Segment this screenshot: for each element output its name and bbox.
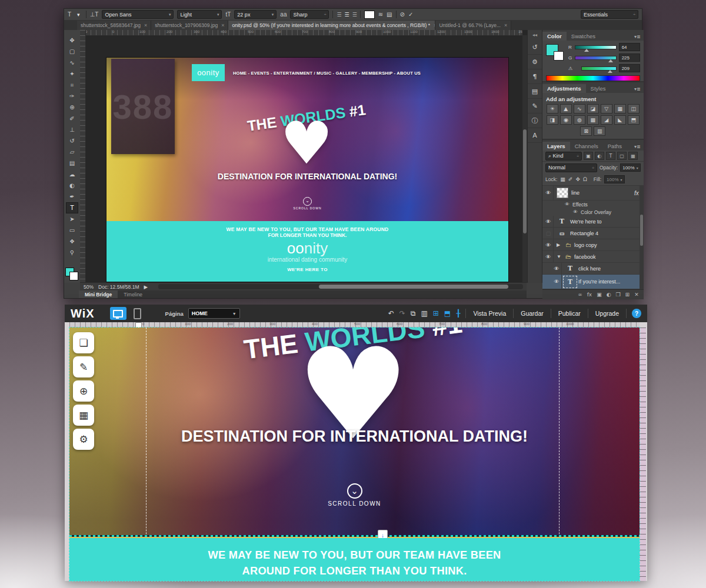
adjustment-icon[interactable]: ▩ [587,115,599,125]
visibility-eye-icon[interactable]: 👁 [565,202,570,207]
adjustment-icon[interactable]: ▽ [601,104,612,113]
paragraph-panel-icon[interactable]: ¶ [528,69,542,84]
adjustment-icon[interactable]: ◉ [560,115,572,125]
wix-page-stage[interactable]: THE WORLDS #1 ♥ DESTINATION FOR INTERNAT… [69,328,640,581]
close-icon[interactable]: × [221,22,224,28]
opacity-field[interactable]: 100%▾ [620,163,640,172]
fill-field[interactable]: 100%▾ [604,175,624,183]
layer-group-icon[interactable]: ❒ [616,292,621,298]
snap-icon[interactable]: ⬒ [444,309,451,318]
adjustment-icon[interactable]: ▲ [560,104,572,113]
mobile-view-button[interactable] [131,307,144,320]
align-right-icon[interactable]: ☰ [352,12,357,18]
align-center-icon[interactable]: ☰ [345,12,349,18]
layer-row[interactable]: 👁 T click here [542,263,644,275]
workspace-select[interactable]: Essentials÷ [581,10,638,19]
wix-horizontal-ruler[interactable]: 01002003004005006007008009001000 [69,322,640,328]
adjustment-icon[interactable]: ∿ [574,104,585,113]
hero-subheadline[interactable]: DESTINATION FOR INTERNATIONAL DATING! [69,427,640,446]
close-icon[interactable]: × [144,22,147,28]
text-orientation-icon[interactable]: ⊥T [90,11,99,18]
commit-edit-icon[interactable]: ✓ [408,11,413,18]
history-brush-tool-icon[interactable]: ↺ [66,135,78,146]
tab-mini-bridge[interactable]: Mini Bridge [79,290,118,298]
visibility-eye-icon[interactable]: 👁 [544,251,554,262]
history-panel-icon[interactable]: ↺ [528,40,542,55]
publish-button[interactable]: Publicar [557,310,582,317]
adjustment-icon[interactable]: ◪ [587,104,599,113]
upgrade-button[interactable]: Upgrade [594,310,621,317]
design-button[interactable]: ✎ [73,356,94,377]
page-select[interactable]: HOME ▼ [188,308,240,319]
pages-button[interactable]: ❏ [73,332,94,353]
character-panel-icon[interactable]: A [528,128,542,143]
blend-mode-select[interactable]: Normal÷ [545,163,597,172]
tab-color[interactable]: Color [542,32,567,41]
foreground-background-swatches[interactable] [65,265,78,280]
visibility-eye-icon-off[interactable]: ▢ [544,228,554,239]
green-slider[interactable] [575,56,617,60]
desktop-view-button[interactable] [110,307,126,320]
lock-all-icon[interactable]: Ω [583,176,587,182]
adjustment-icon[interactable]: ⊠ [580,126,592,136]
redo-icon[interactable]: ↷ [399,309,405,318]
tab-timeline[interactable]: Timeline [118,290,148,298]
layer-filter-select[interactable]: ⌕ Kind÷ [545,152,582,161]
close-icon[interactable]: × [504,22,507,28]
eyedropper-tool-icon[interactable]: ✑ [66,91,78,102]
guides-icon[interactable]: ╂ [456,309,460,318]
text-color-swatch[interactable] [364,11,375,19]
scroll-down-icon[interactable]: ⌄ [347,483,362,499]
blue-value-field[interactable]: 209 [619,64,640,72]
adjustment-icon[interactable]: ▥ [594,126,605,136]
canvas-horizontal-scrollbar[interactable] [158,284,523,289]
wix-vertical-ruler[interactable] [639,328,646,581]
visibility-eye-icon[interactable]: 👁 [573,209,578,215]
layer-comps-panel-icon[interactable]: ▤ [528,84,542,99]
layer-row[interactable]: 👁 T We're here to [542,216,644,228]
document-tab[interactable]: shutterstock_107906309.jpg× [151,21,228,30]
visibility-eye-icon[interactable]: 👁 [552,263,562,274]
pen-tool-icon[interactable]: ✒ [66,191,78,202]
canvas-vertical-scrollbar[interactable] [522,35,527,283]
hand-tool-icon[interactable]: ❖ [66,236,78,247]
hero-section-photo[interactable]: THE WORLDS #1 ♥ DESTINATION FOR INTERNAT… [69,328,640,537]
blue-slider[interactable] [581,66,617,71]
color-spectrum-bar[interactable] [546,75,640,81]
layer-style-icon[interactable]: fx [587,292,592,298]
undo-icon[interactable]: ↶ [388,309,394,318]
layer-row[interactable]: ▢ ▭ Rectangle 4 [542,228,644,239]
new-layer-icon[interactable]: ⊞ [625,292,630,298]
settings-button[interactable]: ⚙ [73,429,94,450]
tab-paths[interactable]: Paths [603,142,627,151]
lock-pixels-icon[interactable]: ✐ [568,176,573,182]
expand-caret-icon[interactable]: ▼ [557,254,562,259]
toggle-panels-icon[interactable]: ▤ [387,11,392,18]
status-arrow-icon[interactable]: ▶ [144,284,148,290]
tab-swatches[interactable]: Swatches [567,32,600,41]
eraser-tool-icon[interactable]: ▱ [66,146,78,158]
psd-design-preview[interactable]: 388 oonity HOME - EVENTS - ENTERTAINMENT… [106,58,508,282]
lock-position-icon[interactable]: ✥ [575,176,580,182]
add-button[interactable]: ⊕ [73,380,94,402]
layer-group-row[interactable]: 👁 ▼ 🗁 facebook [542,251,644,263]
tab-styles[interactable]: Styles [586,84,611,93]
anti-alias-select[interactable]: Sharp÷ [290,10,329,19]
adjustment-icon[interactable]: ⬒ [628,115,640,125]
adjustment-icon[interactable]: ◍ [574,115,585,125]
notes-panel-icon[interactable]: ✎ [528,99,542,113]
move-tool-icon[interactable]: ✥ [66,35,78,46]
layer-row-selected[interactable]: 👁 T If you're interest... [542,275,644,289]
help-button[interactable]: ? [632,309,641,318]
layer-row[interactable]: 👁 line fx [542,186,644,201]
document-tab[interactable]: Untitled-1 @ 66.7% (Laye...× [435,21,511,30]
panel-menu-icon[interactable]: ▾≣ [634,144,644,151]
market-button[interactable]: ▦ [73,405,94,426]
paste-icon[interactable]: ▥ [421,309,427,318]
tab-adjustments[interactable]: Adjustments [542,84,586,93]
layer-thumbnail[interactable] [557,188,568,198]
layer-effect-item-row[interactable]: 👁 Color Overlay [542,208,644,216]
visibility-eye-icon[interactable]: 👁 [544,239,554,250]
teal-strip-section[interactable]: WE MAY BE NEW TO YOU, BUT OUR TEAM HAVE … [69,538,640,581]
visibility-eye-icon[interactable]: 👁 [544,186,554,200]
